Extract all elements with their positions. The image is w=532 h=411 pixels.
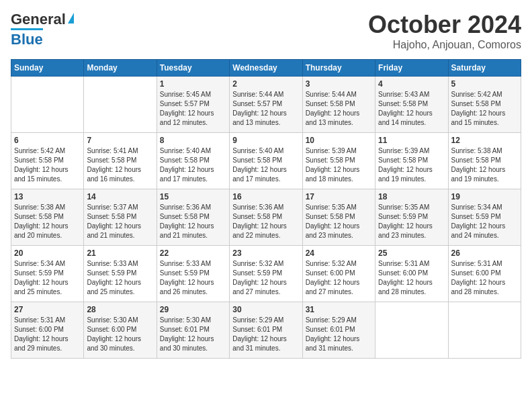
day-number: 18 — [378, 192, 445, 201]
title-block: October 2024 Hajoho, Anjouan, Comoros — [368, 11, 521, 51]
calendar-cell: 12Sunrise: 5:38 AM Sunset: 5:58 PM Dayli… — [448, 133, 521, 189]
day-number: 12 — [451, 136, 518, 145]
day-detail: Sunrise: 5:29 AM Sunset: 6:01 PM Dayligh… — [306, 316, 372, 353]
calendar-cell: 23Sunrise: 5:32 AM Sunset: 5:59 PM Dayli… — [230, 246, 302, 302]
day-detail: Sunrise: 5:32 AM Sunset: 6:00 PM Dayligh… — [306, 259, 372, 297]
week-row-4: 20Sunrise: 5:34 AM Sunset: 5:59 PM Dayli… — [11, 246, 521, 302]
day-number: 13 — [14, 192, 81, 201]
day-detail: Sunrise: 5:36 AM Sunset: 5:58 PM Dayligh… — [160, 203, 226, 240]
calendar-cell: 16Sunrise: 5:36 AM Sunset: 5:58 PM Dayli… — [230, 189, 302, 246]
calendar-cell: 22Sunrise: 5:33 AM Sunset: 5:59 PM Dayli… — [157, 246, 229, 302]
calendar-table: SundayMondayTuesdayWednesdayThursdayFrid… — [11, 59, 521, 359]
day-detail: Sunrise: 5:39 AM Sunset: 5:58 PM Dayligh… — [306, 146, 372, 184]
calendar-cell: 1Sunrise: 5:45 AM Sunset: 5:57 PM Daylig… — [157, 77, 229, 133]
calendar-cell: 29Sunrise: 5:30 AM Sunset: 6:01 PM Dayli… — [157, 302, 229, 359]
calendar-cell: 20Sunrise: 5:34 AM Sunset: 5:59 PM Dayli… — [11, 246, 84, 302]
header-day-saturday: Saturday — [448, 60, 521, 77]
day-number: 23 — [232, 248, 299, 258]
day-number: 28 — [87, 305, 153, 314]
day-number: 14 — [87, 192, 153, 201]
calendar-cell: 5Sunrise: 5:42 AM Sunset: 5:58 PM Daylig… — [448, 77, 521, 133]
day-number: 3 — [306, 79, 372, 89]
day-number: 24 — [306, 248, 372, 258]
day-number: 26 — [451, 248, 518, 258]
day-number: 29 — [160, 305, 226, 314]
header-day-friday: Friday — [375, 60, 448, 77]
day-number: 6 — [14, 136, 81, 145]
header-day-tuesday: Tuesday — [157, 60, 229, 77]
calendar-cell: 27Sunrise: 5:31 AM Sunset: 6:00 PM Dayli… — [11, 302, 84, 359]
calendar-cell — [448, 302, 521, 359]
day-number: 10 — [306, 136, 372, 145]
calendar-cell: 15Sunrise: 5:36 AM Sunset: 5:58 PM Dayli… — [157, 189, 229, 246]
calendar-cell: 14Sunrise: 5:37 AM Sunset: 5:58 PM Dayli… — [84, 189, 157, 246]
day-number: 1 — [160, 79, 226, 89]
day-detail: Sunrise: 5:38 AM Sunset: 5:58 PM Dayligh… — [14, 203, 81, 240]
day-number: 16 — [232, 192, 299, 201]
calendar-cell: 7Sunrise: 5:41 AM Sunset: 5:58 PM Daylig… — [84, 133, 157, 189]
day-number: 27 — [14, 305, 81, 314]
day-detail: Sunrise: 5:42 AM Sunset: 5:58 PM Dayligh… — [14, 146, 81, 184]
calendar-cell: 8Sunrise: 5:40 AM Sunset: 5:58 PM Daylig… — [157, 133, 229, 189]
day-detail: Sunrise: 5:32 AM Sunset: 5:59 PM Dayligh… — [232, 259, 299, 297]
day-number: 25 — [378, 248, 445, 258]
calendar-cell: 19Sunrise: 5:34 AM Sunset: 5:59 PM Dayli… — [448, 189, 521, 246]
calendar-cell: 13Sunrise: 5:38 AM Sunset: 5:58 PM Dayli… — [11, 189, 84, 246]
header-row: SundayMondayTuesdayWednesdayThursdayFrid… — [11, 60, 521, 77]
page-header: General Blue October 2024 Hajoho, Anjoua… — [11, 11, 521, 51]
logo-triangle-icon — [68, 13, 74, 24]
day-number: 30 — [232, 305, 299, 314]
calendar-cell — [375, 302, 448, 359]
day-detail: Sunrise: 5:31 AM Sunset: 6:00 PM Dayligh… — [378, 259, 445, 297]
calendar-cell: 4Sunrise: 5:43 AM Sunset: 5:58 PM Daylig… — [375, 77, 448, 133]
logo: General Blue — [11, 11, 74, 48]
day-number: 17 — [306, 192, 372, 201]
calendar-cell: 21Sunrise: 5:33 AM Sunset: 5:59 PM Dayli… — [84, 246, 157, 302]
calendar-cell: 30Sunrise: 5:29 AM Sunset: 6:01 PM Dayli… — [230, 302, 302, 359]
calendar-cell: 17Sunrise: 5:35 AM Sunset: 5:58 PM Dayli… — [302, 189, 375, 246]
day-detail: Sunrise: 5:44 AM Sunset: 5:57 PM Dayligh… — [232, 90, 299, 128]
calendar-cell: 2Sunrise: 5:44 AM Sunset: 5:57 PM Daylig… — [230, 77, 302, 133]
week-row-1: 1Sunrise: 5:45 AM Sunset: 5:57 PM Daylig… — [11, 77, 521, 133]
day-detail: Sunrise: 5:33 AM Sunset: 5:59 PM Dayligh… — [160, 259, 226, 297]
day-detail: Sunrise: 5:35 AM Sunset: 5:58 PM Dayligh… — [306, 203, 372, 240]
calendar-cell — [84, 77, 157, 133]
day-detail: Sunrise: 5:41 AM Sunset: 5:58 PM Dayligh… — [87, 146, 153, 184]
day-number: 5 — [451, 79, 518, 89]
month-title: October 2024 — [368, 11, 521, 39]
day-number: 22 — [160, 248, 226, 258]
calendar-cell: 11Sunrise: 5:39 AM Sunset: 5:58 PM Dayli… — [375, 133, 448, 189]
day-number: 9 — [232, 136, 299, 145]
week-row-3: 13Sunrise: 5:38 AM Sunset: 5:58 PM Dayli… — [11, 189, 521, 246]
day-detail: Sunrise: 5:38 AM Sunset: 5:58 PM Dayligh… — [451, 146, 518, 184]
day-number: 15 — [160, 192, 226, 201]
day-detail: Sunrise: 5:43 AM Sunset: 5:58 PM Dayligh… — [378, 90, 445, 128]
day-detail: Sunrise: 5:35 AM Sunset: 5:59 PM Dayligh… — [378, 203, 445, 240]
header-day-thursday: Thursday — [302, 60, 375, 77]
day-detail: Sunrise: 5:33 AM Sunset: 5:59 PM Dayligh… — [87, 259, 153, 297]
week-row-5: 27Sunrise: 5:31 AM Sunset: 6:00 PM Dayli… — [11, 302, 521, 359]
calendar-cell: 26Sunrise: 5:31 AM Sunset: 6:00 PM Dayli… — [448, 246, 521, 302]
day-detail: Sunrise: 5:45 AM Sunset: 5:57 PM Dayligh… — [160, 90, 226, 128]
calendar-cell: 18Sunrise: 5:35 AM Sunset: 5:59 PM Dayli… — [375, 189, 448, 246]
header-day-sunday: Sunday — [11, 60, 84, 77]
day-detail: Sunrise: 5:36 AM Sunset: 5:58 PM Dayligh… — [232, 203, 299, 240]
logo-blue: Blue — [11, 28, 43, 48]
day-detail: Sunrise: 5:37 AM Sunset: 5:58 PM Dayligh… — [87, 203, 153, 240]
calendar-cell — [11, 77, 84, 133]
day-detail: Sunrise: 5:34 AM Sunset: 5:59 PM Dayligh… — [14, 259, 81, 297]
header-day-wednesday: Wednesday — [230, 60, 302, 77]
day-detail: Sunrise: 5:42 AM Sunset: 5:58 PM Dayligh… — [451, 90, 518, 128]
calendar-cell: 9Sunrise: 5:40 AM Sunset: 5:58 PM Daylig… — [230, 133, 302, 189]
day-detail: Sunrise: 5:30 AM Sunset: 6:00 PM Dayligh… — [87, 316, 153, 353]
day-detail: Sunrise: 5:39 AM Sunset: 5:58 PM Dayligh… — [378, 146, 445, 184]
day-number: 20 — [14, 248, 81, 258]
day-detail: Sunrise: 5:44 AM Sunset: 5:58 PM Dayligh… — [306, 90, 372, 128]
calendar-cell: 28Sunrise: 5:30 AM Sunset: 6:00 PM Dayli… — [84, 302, 157, 359]
calendar-cell: 24Sunrise: 5:32 AM Sunset: 6:00 PM Dayli… — [302, 246, 375, 302]
day-number: 31 — [306, 305, 372, 314]
calendar-cell: 25Sunrise: 5:31 AM Sunset: 6:00 PM Dayli… — [375, 246, 448, 302]
day-number: 7 — [87, 136, 153, 145]
day-number: 8 — [160, 136, 226, 145]
day-number: 2 — [232, 79, 299, 89]
